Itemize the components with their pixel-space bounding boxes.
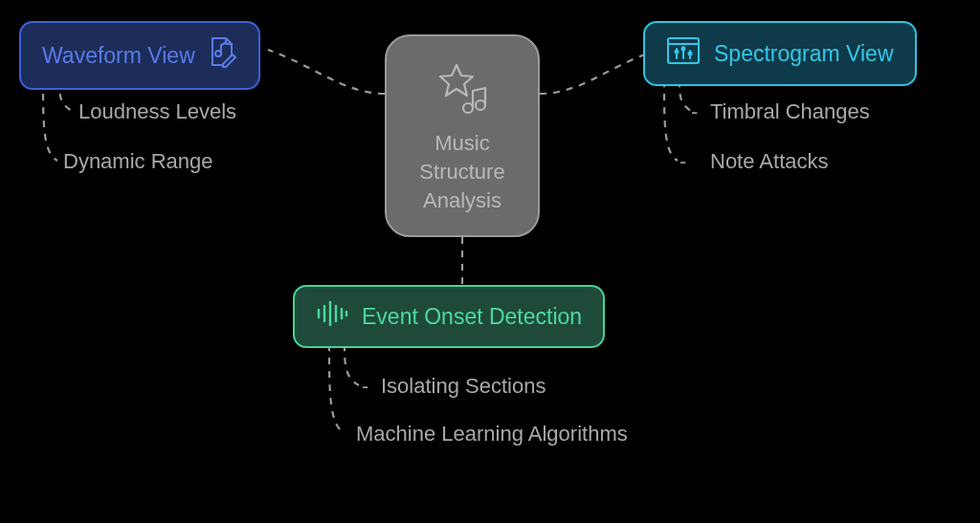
center-node-music-structure: Music Structure Analysis [385,34,540,237]
onset-label: Event Onset Detection [362,304,582,330]
leaf-timbral-changes: Timbral Changes [710,99,870,124]
leaf-loudness-levels: Loudness Levels [78,99,236,124]
leaf-isolating-sections: Isolating Sections [381,374,546,399]
branch-spectrogram-view: Spectrogram View [643,21,917,86]
waveform-label: Waveform View [42,43,195,69]
svg-point-10 [689,53,692,55]
spectrogram-label: Spectrogram View [714,41,894,67]
star-music-icon [432,62,493,120]
svg-point-8 [676,51,679,54]
svg-point-9 [682,48,685,51]
dash-marker: - [228,99,234,124]
music-file-edit-icon [209,36,237,75]
svg-point-1 [476,100,485,110]
leaf-ml-algorithms: Machine Learning Algorithms [356,422,628,447]
dash-marker: - [679,149,686,174]
leaf-note-attacks: Note Attacks [710,149,829,174]
center-title: Music Structure Analysis [396,129,528,214]
dash-marker: - [691,99,698,124]
spectrogram-panel-icon [666,36,701,71]
branch-waveform-view: Waveform View [19,21,260,90]
leaf-dynamic-range: Dynamic Range [63,149,213,174]
svg-point-0 [463,103,473,113]
dash-marker: - [362,374,368,399]
audio-bars-icon [316,300,348,333]
branch-event-onset-detection: Event Onset Detection [293,285,605,348]
